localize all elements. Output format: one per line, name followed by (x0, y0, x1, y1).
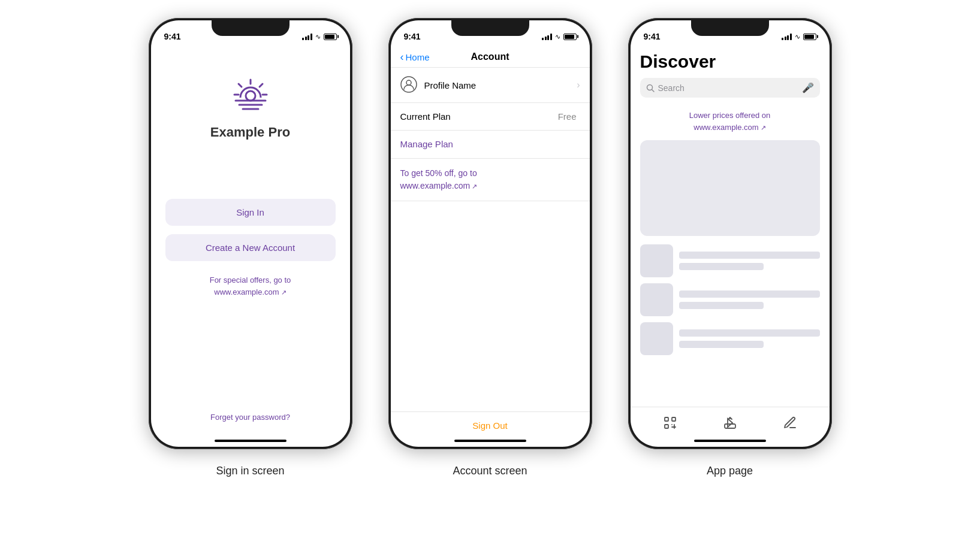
signal-icon-3 (782, 34, 792, 40)
search-bar[interactable]: Search 🎤 (640, 78, 820, 98)
signin-content: Example Pro Sign In Create a New Account… (151, 47, 350, 447)
wifi-icon-3: ∿ (795, 33, 800, 41)
special-offer-link[interactable]: www.example.com (214, 287, 286, 296)
notch-3 (691, 20, 769, 36)
svg-line-3 (239, 84, 242, 87)
toolbar-scan-button[interactable] (658, 413, 682, 436)
bottom-toolbar (631, 407, 830, 440)
current-plan-value: Free (558, 111, 577, 122)
account-content: ‹ Home Account (391, 47, 590, 447)
battery-icon-2 (563, 34, 577, 40)
list-item-line-1b (679, 263, 764, 270)
promo-link[interactable]: www.example.com (400, 181, 478, 190)
nav-back-button[interactable]: ‹ Home (400, 52, 430, 62)
promo-text[interactable]: To get 50% off, go to www.example.com (400, 168, 478, 190)
status-time-3: 9:41 (644, 32, 661, 41)
back-chevron-icon: ‹ (400, 52, 404, 62)
status-icons-1: ∿ (302, 33, 337, 41)
manage-plan-row[interactable]: Manage Plan (391, 131, 590, 159)
profile-icon (400, 76, 418, 94)
phone-frame-3: 9:41 ∿ Dis (628, 18, 832, 449)
forget-password-link[interactable]: Forget your password? (210, 413, 290, 428)
signin-button[interactable]: Sign In (165, 199, 336, 226)
discover-screen: Discover Search 🎤 Lower prices o (631, 47, 830, 447)
battery-icon-3 (803, 34, 816, 40)
discover-content: Discover Search 🎤 Lower prices o (631, 47, 830, 447)
notch-2 (451, 20, 529, 36)
svg-rect-15 (665, 425, 668, 428)
status-time-2: 9:41 (404, 32, 421, 41)
svg-point-5 (246, 91, 255, 101)
phone-3-label: App page (707, 465, 753, 477)
search-placeholder: Search (658, 83, 798, 93)
list-item-line-3a (679, 329, 820, 337)
list-item-thumb-2 (640, 283, 673, 316)
signal-icon-1 (302, 34, 312, 40)
svg-rect-14 (672, 417, 676, 421)
manage-plan-link[interactable]: Manage Plan (400, 139, 453, 149)
signin-screen: Example Pro Sign In Create a New Account… (151, 47, 350, 440)
list-item-line-1a (679, 252, 820, 259)
svg-rect-13 (665, 417, 668, 421)
phone-2: 9:41 ∿ ‹ (388, 18, 592, 477)
wifi-icon-2: ∿ (555, 33, 560, 41)
signal-icon-2 (542, 34, 552, 40)
discover-title: Discover (640, 52, 820, 72)
status-icons-3: ∿ (782, 33, 816, 41)
list-item-thumb-3 (640, 322, 673, 355)
phone-3: 9:41 ∿ Dis (628, 18, 832, 477)
svg-line-12 (652, 89, 654, 92)
phone-frame-1: 9:41 ∿ (149, 18, 352, 449)
list-item-thumb-1 (640, 244, 673, 277)
promo-row[interactable]: To get 50% off, go to www.example.com (391, 159, 590, 201)
phone-2-label: Account screen (453, 465, 527, 477)
status-time-1: 9:41 (164, 32, 181, 41)
home-indicator-1 (215, 440, 287, 442)
status-icons-2: ∿ (542, 33, 577, 41)
special-offer-text[interactable]: For special offers, go to www.example.co… (210, 274, 291, 298)
list-item-line-3b (679, 341, 764, 348)
battery-icon-1 (324, 34, 337, 40)
phone-screen-2: 9:41 ∿ ‹ (391, 20, 590, 447)
phone-screen-3: 9:41 ∿ Dis (631, 20, 830, 447)
app-logo: Example Pro (210, 77, 290, 140)
compose-icon (783, 416, 797, 430)
phone-1: 9:41 ∿ (149, 18, 352, 477)
profile-name-text: Profile Name (424, 80, 577, 90)
promo-banner[interactable]: Lower prices offered on www.example.com (640, 110, 820, 133)
wifi-icon-1: ∿ (315, 33, 321, 41)
list-item-line-2a (679, 290, 820, 298)
list-item-3[interactable] (640, 322, 820, 355)
app-name: Example Pro (210, 125, 290, 140)
discover-main: Lower prices offered on www.example.com (631, 104, 830, 407)
list-item-2[interactable] (640, 283, 820, 316)
mic-icon[interactable]: 🎤 (802, 82, 814, 93)
app-logo-svg (230, 77, 272, 119)
share-icon (723, 416, 737, 430)
nav-title: Account (471, 52, 509, 62)
list-item-lines-2 (679, 290, 820, 309)
profile-name-row[interactable]: Profile Name › (391, 68, 590, 103)
list-item-line-2b (679, 302, 764, 309)
svg-point-10 (406, 80, 411, 85)
nav-bar: ‹ Home Account (391, 47, 590, 68)
nav-back-label: Home (406, 52, 430, 62)
phone-1-label: Sign in screen (216, 465, 284, 477)
list-items (640, 244, 820, 355)
discover-header: Discover Search 🎤 (631, 47, 830, 104)
featured-card[interactable] (640, 140, 820, 236)
create-account-button[interactable]: Create a New Account (165, 234, 336, 261)
svg-line-1 (260, 84, 263, 87)
scan-icon (663, 416, 677, 430)
sign-out-button[interactable]: Sign Out (472, 420, 507, 431)
list-item-lines-1 (679, 252, 820, 270)
toolbar-share-button[interactable] (718, 413, 742, 436)
current-plan-row: Current Plan Free (391, 103, 590, 131)
phone-screen-1: 9:41 ∿ (151, 20, 350, 447)
search-icon (646, 84, 655, 92)
promo-discover-link[interactable]: www.example.com (693, 123, 765, 132)
profile-row-chevron: › (577, 80, 580, 90)
list-item-1[interactable] (640, 244, 820, 277)
toolbar-compose-button[interactable] (778, 413, 802, 436)
list-item-lines-3 (679, 329, 820, 348)
